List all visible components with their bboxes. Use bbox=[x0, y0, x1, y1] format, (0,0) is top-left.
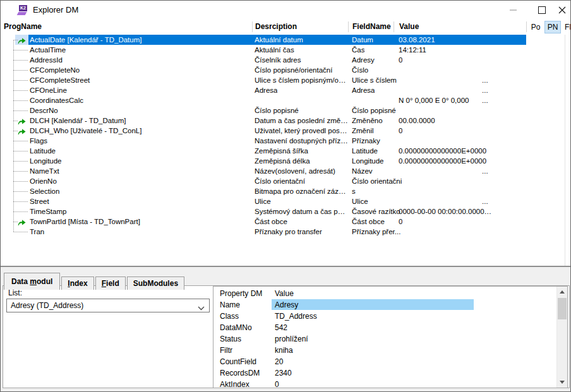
description-cell: Název(oslovení, adresát) bbox=[255, 166, 335, 176]
tree-connector bbox=[13, 121, 18, 121]
list-combobox[interactable]: Adresy (TD_Address) bbox=[6, 299, 210, 312]
tree-row[interactable]: CoordinatesCalc N 0° 0,000 E 0° 0,000 ..… bbox=[1, 95, 570, 105]
description-cell: Aktuální datum bbox=[255, 35, 303, 45]
property-name: Class bbox=[220, 311, 239, 322]
tree-row[interactable]: TownPartId [Místa - TD_TownPart] Část ob… bbox=[1, 217, 570, 227]
property-name: RecordsDM bbox=[220, 367, 260, 379]
tree-connector bbox=[13, 141, 28, 141]
tree-connector bbox=[13, 60, 28, 61]
property-name: CountField bbox=[220, 356, 256, 367]
description-cell: Datum a čas poslední změny... bbox=[255, 116, 348, 126]
fieldname-cell: Adresa bbox=[352, 85, 375, 95]
tree-row[interactable]: ActualDate [Kalendář - TD_Datum] Aktuáln… bbox=[1, 35, 570, 45]
property-value: 0 bbox=[275, 379, 279, 388]
property-row[interactable]: DataMNo 542 bbox=[213, 322, 556, 333]
property-row[interactable]: Status prohlížení bbox=[213, 333, 556, 345]
value-cell: N 0° 0,000 E 0° 0,000 bbox=[399, 95, 469, 105]
tree-row[interactable]: CFCompleteNo Číslo popisné/orientační Čí… bbox=[1, 65, 570, 75]
tree-row[interactable]: TimeStamp Systémový datum a čas pos... Č… bbox=[1, 206, 570, 217]
tab-label-post: ield bbox=[106, 279, 119, 288]
progname-cell: Latitude bbox=[30, 146, 56, 156]
description-cell: Ulice bbox=[255, 196, 271, 206]
tree-row[interactable]: ActualTime Aktuální čas Čas 14:12:11 bbox=[1, 45, 570, 55]
value-cell: 0.00000000000000E+0000 bbox=[399, 146, 486, 156]
scroll-up-arrow-icon[interactable] bbox=[557, 287, 567, 297]
view-mode-button[interactable]: PN bbox=[544, 21, 561, 33]
tree-row[interactable]: Street Ulice Ulice ... bbox=[1, 196, 570, 206]
progname-cell: ActualDate [Kalendář - TD_Datum] bbox=[30, 35, 141, 45]
scrollbar-thumb[interactable] bbox=[558, 298, 567, 319]
description-cell: Číselník adres bbox=[255, 55, 301, 65]
close-button[interactable] bbox=[551, 1, 571, 20]
value-cell: 0.00000000000000E+0000 bbox=[399, 156, 486, 166]
value-cell: 0 bbox=[399, 55, 402, 65]
property-row[interactable]: AktIndex 0 bbox=[213, 379, 556, 388]
tree-row[interactable]: AddressId Číselník adres Adresy 0 bbox=[1, 55, 570, 65]
column-header-fieldname[interactable]: FieldName bbox=[352, 22, 391, 31]
property-row[interactable]: Name Adresy bbox=[213, 299, 556, 311]
tree-row[interactable]: CFOneLine Adresa Adresa ... bbox=[1, 85, 570, 95]
tree-row[interactable]: DLCH [Kalendář - TD_Datum] Datum a čas p… bbox=[1, 116, 570, 126]
property-row[interactable]: CountField 20 bbox=[213, 356, 556, 367]
tree-connector bbox=[13, 80, 28, 81]
close-icon bbox=[558, 6, 566, 14]
tree-row[interactable]: DescrNo Číslo popisné Číslo popisné bbox=[1, 105, 570, 116]
description-cell: Číslo orientační bbox=[255, 176, 305, 186]
k2-app-icon-label: K2 bbox=[19, 5, 27, 11]
maximize-button[interactable] bbox=[531, 1, 553, 20]
description-cell: Adresa bbox=[255, 85, 277, 95]
description-cell: Příznaky pro transfer bbox=[255, 227, 322, 237]
tree-row[interactable]: OrienNo Číslo orientační Číslo orientačn… bbox=[1, 176, 570, 186]
column-header-value[interactable]: Value bbox=[399, 22, 419, 31]
progname-cell: OrienNo bbox=[30, 176, 57, 186]
tab[interactable]: Data modul bbox=[4, 273, 60, 290]
tree-connector bbox=[13, 232, 28, 232]
tab[interactable]: Field bbox=[95, 276, 126, 290]
view-mode-button[interactable]: Po bbox=[527, 21, 544, 33]
tree-row[interactable]: DLCH_Who [Uživatelé - TD_ConL] Uživatel,… bbox=[1, 126, 570, 136]
more-indicator: ... bbox=[482, 196, 488, 206]
tab-label-post: ndex bbox=[70, 279, 88, 288]
column-header-description[interactable]: Desrciption bbox=[255, 22, 297, 31]
tab[interactable]: Index bbox=[61, 276, 93, 290]
property-row[interactable]: Class TD_Address bbox=[213, 311, 556, 322]
description-cell: Část obce bbox=[255, 217, 287, 227]
view-mode-button[interactable]: FN bbox=[562, 21, 571, 33]
property-grid: Property DM Value Name Adresy Class TD_A… bbox=[213, 286, 568, 388]
property-name: DataMNo bbox=[220, 322, 252, 333]
value-cell: 00.00.0000 bbox=[399, 116, 435, 126]
tree-row[interactable]: NameTxt Název(oslovení, adresát) Název .… bbox=[1, 166, 570, 176]
tab[interactable]: SubModules bbox=[127, 276, 184, 290]
progname-cell: TimeStamp bbox=[30, 206, 66, 217]
progname-cell: CoordinatesCalc bbox=[30, 95, 83, 105]
tree-row[interactable]: Longitude Zeměpisná délka Longitude 0.00… bbox=[1, 156, 570, 166]
progname-cell: Tran bbox=[30, 227, 44, 237]
fieldname-cell: Longitude bbox=[352, 156, 384, 166]
property-value: 20 bbox=[275, 356, 283, 367]
tree-connector bbox=[13, 131, 18, 131]
more-indicator: ... bbox=[482, 85, 488, 95]
description-cell: Ulice s číslem popisným/orier... bbox=[255, 75, 348, 85]
property-row[interactable]: Filtr kniha bbox=[213, 345, 556, 356]
fieldname-cell: s bbox=[352, 186, 356, 196]
vertical-scrollbar[interactable] bbox=[556, 287, 567, 388]
tree-connector bbox=[13, 191, 28, 192]
description-cell: Zeměpisná šířka bbox=[255, 146, 308, 156]
tree-row[interactable]: Latitude Zeměpisná šířka Latitude 0.0000… bbox=[1, 146, 570, 156]
property-row[interactable]: RecordsDM 2340 bbox=[213, 367, 556, 379]
tree-connector bbox=[13, 100, 28, 101]
tree-row[interactable]: Flags Nastavení dostupných přízna... Pří… bbox=[1, 136, 570, 146]
tree-connector bbox=[13, 181, 28, 182]
progname-cell: Longitude bbox=[30, 156, 62, 166]
property-value: kniha bbox=[275, 345, 293, 356]
link-arrow-icon bbox=[18, 128, 26, 138]
progname-cell: Street bbox=[30, 196, 49, 206]
minimize-button[interactable] bbox=[502, 1, 524, 20]
tree-row[interactable]: Tran Příznaky pro transfer Příznaky přer… bbox=[1, 227, 570, 237]
tree-connector bbox=[13, 201, 28, 202]
column-header-progname[interactable]: ProgName bbox=[4, 22, 42, 31]
tree-row[interactable]: CFCompleteStreet Ulice s číslem popisným… bbox=[1, 75, 570, 85]
scroll-down-arrow-icon[interactable] bbox=[557, 377, 567, 388]
fieldname-cell: Změněno bbox=[352, 116, 383, 126]
tree-row[interactable]: Selection Bitmapa pro označení zázna... … bbox=[1, 186, 570, 196]
